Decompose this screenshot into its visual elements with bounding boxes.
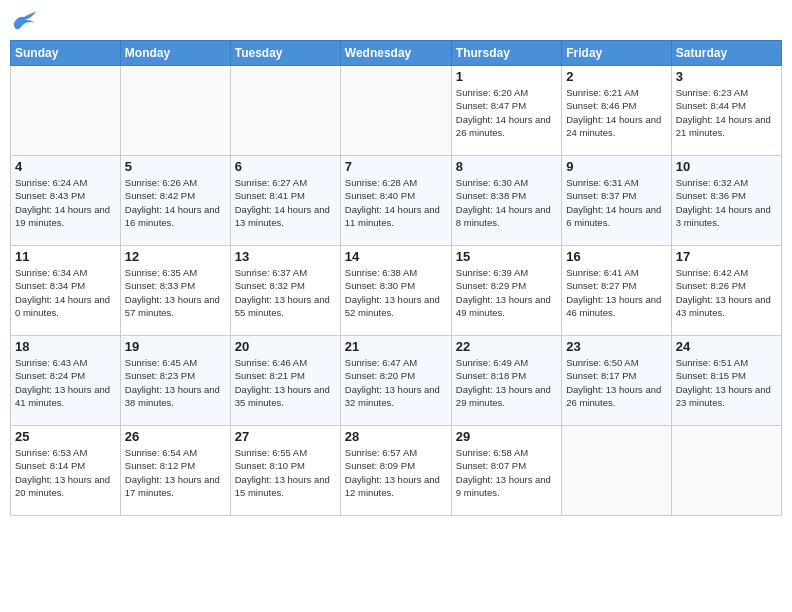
day-info: Sunrise: 6:26 AM Sunset: 8:42 PM Dayligh…: [125, 176, 226, 229]
day-info: Sunrise: 6:34 AM Sunset: 8:34 PM Dayligh…: [15, 266, 116, 319]
day-number: 16: [566, 249, 666, 264]
day-info: Sunrise: 6:50 AM Sunset: 8:17 PM Dayligh…: [566, 356, 666, 409]
calendar-cell: 26Sunrise: 6:54 AM Sunset: 8:12 PM Dayli…: [120, 426, 230, 516]
day-info: Sunrise: 6:53 AM Sunset: 8:14 PM Dayligh…: [15, 446, 116, 499]
weekday-header-friday: Friday: [562, 41, 671, 66]
day-number: 13: [235, 249, 336, 264]
calendar-cell: 1Sunrise: 6:20 AM Sunset: 8:47 PM Daylig…: [451, 66, 561, 156]
day-number: 2: [566, 69, 666, 84]
calendar-cell: 11Sunrise: 6:34 AM Sunset: 8:34 PM Dayli…: [11, 246, 121, 336]
day-info: Sunrise: 6:54 AM Sunset: 8:12 PM Dayligh…: [125, 446, 226, 499]
day-info: Sunrise: 6:45 AM Sunset: 8:23 PM Dayligh…: [125, 356, 226, 409]
day-number: 24: [676, 339, 777, 354]
day-number: 4: [15, 159, 116, 174]
day-number: 20: [235, 339, 336, 354]
day-number: 8: [456, 159, 557, 174]
calendar-cell: 15Sunrise: 6:39 AM Sunset: 8:29 PM Dayli…: [451, 246, 561, 336]
calendar-cell: 3Sunrise: 6:23 AM Sunset: 8:44 PM Daylig…: [671, 66, 781, 156]
logo-bird-icon: [10, 10, 38, 32]
calendar-cell: 10Sunrise: 6:32 AM Sunset: 8:36 PM Dayli…: [671, 156, 781, 246]
day-number: 29: [456, 429, 557, 444]
calendar-cell: [671, 426, 781, 516]
calendar-cell: [120, 66, 230, 156]
calendar-cell: 21Sunrise: 6:47 AM Sunset: 8:20 PM Dayli…: [340, 336, 451, 426]
day-number: 18: [15, 339, 116, 354]
day-info: Sunrise: 6:46 AM Sunset: 8:21 PM Dayligh…: [235, 356, 336, 409]
calendar-cell: [11, 66, 121, 156]
calendar-table: SundayMondayTuesdayWednesdayThursdayFrid…: [10, 40, 782, 516]
week-row-1: 1Sunrise: 6:20 AM Sunset: 8:47 PM Daylig…: [11, 66, 782, 156]
day-info: Sunrise: 6:37 AM Sunset: 8:32 PM Dayligh…: [235, 266, 336, 319]
calendar-cell: 7Sunrise: 6:28 AM Sunset: 8:40 PM Daylig…: [340, 156, 451, 246]
day-info: Sunrise: 6:43 AM Sunset: 8:24 PM Dayligh…: [15, 356, 116, 409]
weekday-header-wednesday: Wednesday: [340, 41, 451, 66]
week-row-4: 18Sunrise: 6:43 AM Sunset: 8:24 PM Dayli…: [11, 336, 782, 426]
calendar-cell: 18Sunrise: 6:43 AM Sunset: 8:24 PM Dayli…: [11, 336, 121, 426]
calendar-cell: 22Sunrise: 6:49 AM Sunset: 8:18 PM Dayli…: [451, 336, 561, 426]
weekday-header-saturday: Saturday: [671, 41, 781, 66]
day-number: 21: [345, 339, 447, 354]
day-info: Sunrise: 6:47 AM Sunset: 8:20 PM Dayligh…: [345, 356, 447, 409]
day-info: Sunrise: 6:32 AM Sunset: 8:36 PM Dayligh…: [676, 176, 777, 229]
calendar-cell: [562, 426, 671, 516]
calendar-cell: 14Sunrise: 6:38 AM Sunset: 8:30 PM Dayli…: [340, 246, 451, 336]
day-info: Sunrise: 6:27 AM Sunset: 8:41 PM Dayligh…: [235, 176, 336, 229]
day-number: 11: [15, 249, 116, 264]
week-row-3: 11Sunrise: 6:34 AM Sunset: 8:34 PM Dayli…: [11, 246, 782, 336]
day-info: Sunrise: 6:30 AM Sunset: 8:38 PM Dayligh…: [456, 176, 557, 229]
week-row-2: 4Sunrise: 6:24 AM Sunset: 8:43 PM Daylig…: [11, 156, 782, 246]
calendar-cell: 6Sunrise: 6:27 AM Sunset: 8:41 PM Daylig…: [230, 156, 340, 246]
calendar-cell: 23Sunrise: 6:50 AM Sunset: 8:17 PM Dayli…: [562, 336, 671, 426]
day-info: Sunrise: 6:42 AM Sunset: 8:26 PM Dayligh…: [676, 266, 777, 319]
calendar-cell: 29Sunrise: 6:58 AM Sunset: 8:07 PM Dayli…: [451, 426, 561, 516]
day-number: 19: [125, 339, 226, 354]
weekday-header-sunday: Sunday: [11, 41, 121, 66]
day-info: Sunrise: 6:39 AM Sunset: 8:29 PM Dayligh…: [456, 266, 557, 319]
day-info: Sunrise: 6:28 AM Sunset: 8:40 PM Dayligh…: [345, 176, 447, 229]
day-number: 3: [676, 69, 777, 84]
day-info: Sunrise: 6:38 AM Sunset: 8:30 PM Dayligh…: [345, 266, 447, 319]
calendar-cell: 8Sunrise: 6:30 AM Sunset: 8:38 PM Daylig…: [451, 156, 561, 246]
day-number: 23: [566, 339, 666, 354]
calendar-cell: 17Sunrise: 6:42 AM Sunset: 8:26 PM Dayli…: [671, 246, 781, 336]
day-number: 9: [566, 159, 666, 174]
day-info: Sunrise: 6:57 AM Sunset: 8:09 PM Dayligh…: [345, 446, 447, 499]
day-number: 27: [235, 429, 336, 444]
day-info: Sunrise: 6:51 AM Sunset: 8:15 PM Dayligh…: [676, 356, 777, 409]
calendar-cell: 25Sunrise: 6:53 AM Sunset: 8:14 PM Dayli…: [11, 426, 121, 516]
day-number: 6: [235, 159, 336, 174]
weekday-header-tuesday: Tuesday: [230, 41, 340, 66]
day-number: 17: [676, 249, 777, 264]
day-number: 25: [15, 429, 116, 444]
day-info: Sunrise: 6:49 AM Sunset: 8:18 PM Dayligh…: [456, 356, 557, 409]
day-number: 26: [125, 429, 226, 444]
calendar-cell: 20Sunrise: 6:46 AM Sunset: 8:21 PM Dayli…: [230, 336, 340, 426]
day-number: 1: [456, 69, 557, 84]
day-number: 14: [345, 249, 447, 264]
day-number: 28: [345, 429, 447, 444]
calendar-cell: 16Sunrise: 6:41 AM Sunset: 8:27 PM Dayli…: [562, 246, 671, 336]
day-info: Sunrise: 6:31 AM Sunset: 8:37 PM Dayligh…: [566, 176, 666, 229]
day-info: Sunrise: 6:55 AM Sunset: 8:10 PM Dayligh…: [235, 446, 336, 499]
day-number: 22: [456, 339, 557, 354]
day-info: Sunrise: 6:21 AM Sunset: 8:46 PM Dayligh…: [566, 86, 666, 139]
day-number: 7: [345, 159, 447, 174]
calendar-cell: 27Sunrise: 6:55 AM Sunset: 8:10 PM Dayli…: [230, 426, 340, 516]
calendar-cell: 5Sunrise: 6:26 AM Sunset: 8:42 PM Daylig…: [120, 156, 230, 246]
calendar-cell: 13Sunrise: 6:37 AM Sunset: 8:32 PM Dayli…: [230, 246, 340, 336]
calendar-cell: [340, 66, 451, 156]
day-info: Sunrise: 6:58 AM Sunset: 8:07 PM Dayligh…: [456, 446, 557, 499]
calendar-cell: 19Sunrise: 6:45 AM Sunset: 8:23 PM Dayli…: [120, 336, 230, 426]
calendar-cell: 24Sunrise: 6:51 AM Sunset: 8:15 PM Dayli…: [671, 336, 781, 426]
calendar-cell: 28Sunrise: 6:57 AM Sunset: 8:09 PM Dayli…: [340, 426, 451, 516]
day-number: 12: [125, 249, 226, 264]
day-info: Sunrise: 6:23 AM Sunset: 8:44 PM Dayligh…: [676, 86, 777, 139]
day-number: 5: [125, 159, 226, 174]
calendar-cell: 2Sunrise: 6:21 AM Sunset: 8:46 PM Daylig…: [562, 66, 671, 156]
day-number: 10: [676, 159, 777, 174]
weekday-header-row: SundayMondayTuesdayWednesdayThursdayFrid…: [11, 41, 782, 66]
week-row-5: 25Sunrise: 6:53 AM Sunset: 8:14 PM Dayli…: [11, 426, 782, 516]
calendar-cell: 9Sunrise: 6:31 AM Sunset: 8:37 PM Daylig…: [562, 156, 671, 246]
logo: [10, 10, 42, 32]
day-number: 15: [456, 249, 557, 264]
